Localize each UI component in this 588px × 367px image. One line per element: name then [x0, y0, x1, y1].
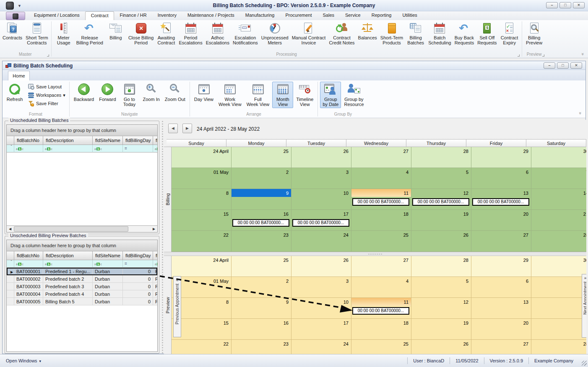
day-cell-26[interactable]: 26 [411, 340, 471, 354]
minimize-button[interactable]: – [546, 2, 558, 8]
menu-tab-contract[interactable]: Contract [85, 11, 114, 20]
day-cell-19[interactable]: 19 [411, 319, 471, 340]
appointment[interactable]: 00:00 00:00 BAT00000... [292, 219, 349, 227]
child-minimize-button[interactable]: – [544, 62, 555, 69]
billing-preview-button[interactable]: Billing Preview [523, 21, 545, 46]
table-row[interactable]: BAT000002Predefined batch 2Durban0PR [7, 275, 157, 283]
scrollbar-thumb[interactable] [14, 226, 128, 232]
close-button[interactable]: ✕ [573, 2, 585, 8]
day-cell-01-may[interactable]: 01 May [172, 168, 232, 189]
day-cell-16[interactable]: 16 [232, 319, 291, 340]
day-cell-22[interactable]: 22 [172, 340, 232, 354]
group-by-drag-hint[interactable]: Drag a column header here to group by th… [7, 125, 157, 136]
resize-grip[interactable] [582, 361, 587, 366]
tab-home[interactable]: Home [8, 71, 30, 80]
buy-back-requests-button[interactable]: ↶Buy Back Requests [453, 21, 476, 46]
group-dialog-launcher-icon[interactable] [542, 54, 544, 57]
save-layout-button[interactable]: Save Layout [26, 83, 67, 91]
work-week-view-button[interactable]: Work Week View [216, 82, 244, 108]
column-header-fldBatchNo[interactable]: fldBatchNo [14, 251, 43, 260]
day-cell-14[interactable]: 14 [531, 298, 586, 319]
appointment[interactable]: 00:00 00:00 BAT00000... [232, 219, 289, 227]
menu-tab-sales[interactable]: Sales [317, 11, 340, 20]
day-cell-12[interactable]: 1200:00 00:00 BAT00000... [411, 189, 471, 210]
day-cell-30[interactable]: 30 [531, 256, 586, 277]
menu-tab-maintenance-projects[interactable]: Maintenance / Projects [182, 11, 240, 20]
month-view-button[interactable]: Month View [272, 82, 293, 108]
filter-cell[interactable]: abc [43, 145, 93, 152]
release-billing-period-button[interactable]: ↶Release Billing Period [75, 21, 105, 46]
appointment[interactable]: 00:00 00:00 BAT00000... [412, 198, 469, 206]
group-by-date-button[interactable]: Group by Date [320, 82, 341, 108]
table-row[interactable]: BAT000004Predefined batch 4Durban0PR [7, 290, 157, 298]
horizontal-splitter[interactable] [164, 252, 586, 256]
day-cell-9[interactable]: 9 [232, 298, 291, 319]
scroll-left-icon[interactable]: ◀ [7, 226, 13, 232]
short-term-contracts-button[interactable]: Short Term Contracts [24, 21, 50, 46]
balances-button[interactable]: Balances [356, 21, 379, 41]
day-cell-29[interactable]: 29 [471, 256, 531, 277]
filter-cell[interactable]: abc [93, 260, 123, 268]
day-cell-20[interactable]: 20 [471, 319, 531, 340]
day-cell-26[interactable]: 26 [411, 231, 471, 252]
appointment[interactable]: 00:00 00:00 BAT00000... [472, 198, 529, 206]
filter-funnel-icon[interactable] [7, 145, 14, 152]
day-cell-3[interactable]: 3 [291, 277, 351, 298]
child-close-button[interactable]: ✕ [570, 62, 582, 69]
child-ribbon-collapse-icon[interactable]: » [578, 112, 583, 114]
menu-tab-manufacturing[interactable]: Manufacturing [240, 11, 280, 20]
appointment[interactable]: 00:00 00:00 BAT00000... [352, 307, 409, 315]
contract-credit-notes-button[interactable]: Contract Credit Notes [327, 21, 356, 46]
previous-appointment-tab[interactable]: « Previous Appointment [173, 276, 181, 337]
day-cell-24[interactable]: 24 [291, 231, 351, 252]
column-header-fldBillingDay[interactable]: fldBillingDay [123, 136, 153, 145]
menu-tab-equipment-locations[interactable]: Equipment / Locations [29, 11, 85, 20]
calendar-next-icon[interactable]: ▶ [182, 124, 192, 133]
day-cell-27[interactable]: 27 [471, 340, 531, 354]
brand-tile-icon[interactable] [6, 12, 25, 20]
contract-expiry-button[interactable]: ✓×Contract Expiry [499, 21, 520, 46]
scroll-right-icon[interactable]: ▶ [151, 226, 157, 232]
menu-tab-inventory[interactable]: Inventory [152, 11, 182, 20]
short-term-products-button[interactable]: Short-Term Products [379, 21, 405, 46]
day-cell-7[interactable]: 7 [531, 277, 586, 298]
day-cell-4[interactable]: 4 [351, 277, 411, 298]
group-dialog-launcher-icon[interactable] [47, 54, 49, 57]
timeline-view-button[interactable]: Timeline View [294, 82, 315, 108]
filter-funnel-icon[interactable] [7, 260, 14, 268]
day-cell-21[interactable]: 21 [531, 210, 586, 231]
day-cell-15[interactable]: 15 [172, 210, 232, 231]
filter-cell[interactable]: abc [43, 260, 93, 268]
filter-cell[interactable]: abc [153, 260, 158, 268]
day-cell-28[interactable]: 28 [411, 256, 471, 277]
filter-cell[interactable]: abc [153, 145, 158, 152]
open-windows-button[interactable]: Open Windows ▼ [6, 358, 42, 363]
day-cell-24[interactable]: 24 [291, 340, 351, 354]
day-cell-8[interactable]: 8 [172, 189, 232, 210]
day-cell-23[interactable]: 23 [232, 340, 291, 354]
day-cell-7[interactable]: 7 [531, 168, 586, 189]
day-cell-18[interactable]: 18 [351, 210, 411, 231]
day-cell-28[interactable]: 28 [531, 340, 586, 354]
refresh-button[interactable]: Refresh [4, 82, 25, 103]
day-cell-5[interactable]: 5 [411, 168, 471, 189]
horizontal-scrollbar[interactable]: ◀▶ [7, 225, 157, 232]
menu-tab-finance-hr[interactable]: Finance / HR [114, 11, 152, 20]
column-header-fl[interactable]: fl [153, 136, 158, 145]
column-header-fldSiteName[interactable]: fldSiteName [93, 251, 123, 260]
day-cell-24-april[interactable]: 24 April [172, 147, 232, 168]
table-row[interactable]: ▶BAT000001Predefined 1 - Regu...Durban0P… [7, 268, 157, 275]
day-cell-4[interactable]: 4 [351, 168, 411, 189]
day-view-button[interactable]: Day View [192, 82, 216, 103]
sell-off-requests-button[interactable]: $Sell Off Requests [476, 21, 498, 46]
day-cell-27[interactable]: 27 [351, 256, 411, 277]
workspaces-button[interactable]: Workspaces▾ [26, 91, 67, 99]
day-cell-21[interactable]: 21 [531, 319, 586, 340]
day-cell-29[interactable]: 29 [471, 147, 531, 168]
day-cell-28[interactable]: 28 [531, 231, 586, 252]
group-dialog-launcher-icon[interactable] [518, 54, 520, 57]
day-cell-16[interactable]: 1600:00 00:00 BAT00000... [232, 210, 291, 231]
day-cell-26[interactable]: 26 [291, 256, 351, 277]
billing-batches-button[interactable]: Billing Batches [405, 21, 427, 46]
filter-cell[interactable]: abc [14, 260, 43, 268]
